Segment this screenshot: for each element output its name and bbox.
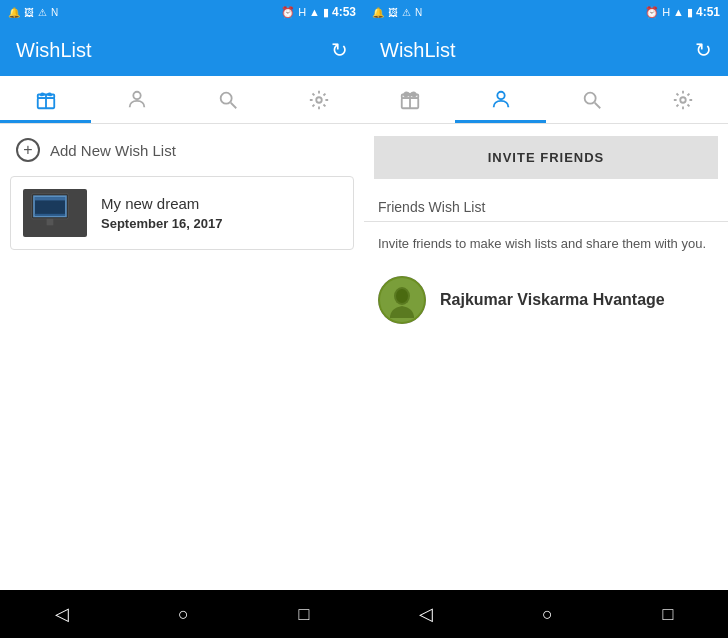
left-screen-content: + Add New Wish List (0, 124, 364, 590)
r-status-time: 4:51 (696, 5, 720, 19)
add-icon: + (16, 138, 40, 162)
avatar-image (378, 276, 426, 324)
left-phone-screen: 🔔 🖼 ⚠ N ⏰ H ▲ ▮ 4:53 WishList ↻ (0, 0, 364, 638)
r-notification-icon-1: 🔔 (372, 7, 384, 18)
svg-rect-13 (40, 226, 60, 229)
add-wishlist-button[interactable]: + Add New Wish List (0, 124, 364, 176)
right-tab-search[interactable] (546, 76, 637, 123)
svg-point-18 (584, 92, 595, 103)
r-gift-icon (399, 89, 421, 111)
wishlist-name: My new dream (101, 195, 222, 212)
svg-rect-10 (35, 197, 65, 200)
left-app-header: WishList ↻ (0, 24, 364, 76)
left-status-icons-left: 🔔 🖼 ⚠ N (8, 7, 58, 18)
right-phone-screen: 🔔 🖼 ⚠ N ⏰ H ▲ ▮ 4:51 WishList ↻ (364, 0, 728, 638)
notification-icon-2: N (51, 7, 58, 18)
r-image-icon: 🖼 (388, 7, 398, 18)
svg-point-6 (316, 97, 322, 103)
wishlist-thumbnail (23, 189, 87, 237)
r-person-icon (490, 89, 512, 111)
friends-section-label: Friends Wish List (364, 191, 728, 222)
right-refresh-button[interactable]: ↻ (695, 38, 712, 62)
r-recent-button[interactable]: □ (642, 596, 693, 633)
left-refresh-button[interactable]: ↻ (331, 38, 348, 62)
alarm-icon: ⚠ (38, 7, 47, 18)
person-icon (126, 89, 148, 111)
right-status-icons-left: 🔔 🖼 ⚠ N (372, 7, 422, 18)
friends-description: Invite friends to make wish lists and sh… (364, 222, 728, 266)
friend-list-item[interactable]: Rajkumar Viskarma Hvantage (364, 266, 728, 334)
right-tab-gifts[interactable] (364, 76, 455, 123)
left-tab-search[interactable] (182, 76, 273, 123)
svg-line-5 (230, 102, 236, 108)
signal-icon: H (298, 6, 306, 18)
left-app-title: WishList (16, 39, 92, 62)
notification-icon-1: 🔔 (8, 7, 20, 18)
svg-point-3 (133, 91, 140, 98)
r-back-button[interactable]: ◁ (399, 595, 453, 633)
r-clock-icon: ⏰ (645, 6, 659, 19)
r-settings-icon (672, 89, 694, 111)
invite-friends-button[interactable]: INVITE FRIENDS (374, 136, 718, 179)
friend-name: Rajkumar Viskarma Hvantage (440, 291, 665, 309)
right-bottom-nav: ◁ ○ □ (364, 590, 728, 638)
gift-icon (35, 89, 57, 111)
svg-point-24 (396, 289, 408, 303)
settings-icon (308, 89, 330, 111)
wishlist-info: My new dream September 16, 2017 (101, 195, 222, 231)
back-button[interactable]: ◁ (35, 595, 89, 633)
wishlist-card[interactable]: My new dream September 16, 2017 (10, 176, 354, 250)
right-nav-tabs (364, 76, 728, 124)
left-status-bar: 🔔 🖼 ⚠ N ⏰ H ▲ ▮ 4:53 (0, 0, 364, 24)
r-notification-icon-2: N (415, 7, 422, 18)
r-home-button[interactable]: ○ (522, 596, 573, 633)
search-icon (217, 89, 239, 111)
wifi-icon: ▲ (309, 6, 320, 18)
right-screen-content: INVITE FRIENDS Friends Wish List Invite … (364, 124, 728, 590)
svg-line-19 (594, 102, 600, 108)
svg-rect-11 (35, 214, 65, 216)
left-status-icons-right: ⏰ H ▲ ▮ 4:53 (281, 5, 356, 19)
r-signal-icon: H (662, 6, 670, 18)
right-status-bar: 🔔 🖼 ⚠ N ⏰ H ▲ ▮ 4:51 (364, 0, 728, 24)
r-alarm-icon: ⚠ (402, 7, 411, 18)
svg-point-20 (680, 97, 686, 103)
recent-button[interactable]: □ (278, 596, 329, 633)
left-tab-person[interactable] (91, 76, 182, 123)
left-bottom-nav: ◁ ○ □ (0, 590, 364, 638)
wishlist-date: September 16, 2017 (101, 216, 222, 231)
home-button[interactable]: ○ (158, 596, 209, 633)
r-search-icon (581, 89, 603, 111)
right-app-header: WishList ↻ (364, 24, 728, 76)
right-tab-settings[interactable] (637, 76, 728, 123)
left-tab-gifts[interactable] (0, 76, 91, 123)
right-status-icons-right: ⏰ H ▲ ▮ 4:51 (645, 5, 720, 19)
image-icon: 🖼 (24, 7, 34, 18)
status-time: 4:53 (332, 5, 356, 19)
left-nav-tabs (0, 76, 364, 124)
left-tab-settings[interactable] (273, 76, 364, 123)
clock-icon: ⏰ (281, 6, 295, 19)
monitor-icon (28, 192, 82, 234)
svg-rect-12 (47, 219, 54, 226)
right-tab-person[interactable] (455, 76, 546, 123)
friend-avatar (378, 276, 426, 324)
add-wishlist-label: Add New Wish List (50, 142, 176, 159)
svg-point-17 (497, 91, 504, 98)
svg-point-4 (220, 92, 231, 103)
right-app-title: WishList (380, 39, 456, 62)
r-wifi-icon: ▲ (673, 6, 684, 18)
battery-icon: ▮ (323, 6, 329, 19)
r-battery-icon: ▮ (687, 6, 693, 19)
